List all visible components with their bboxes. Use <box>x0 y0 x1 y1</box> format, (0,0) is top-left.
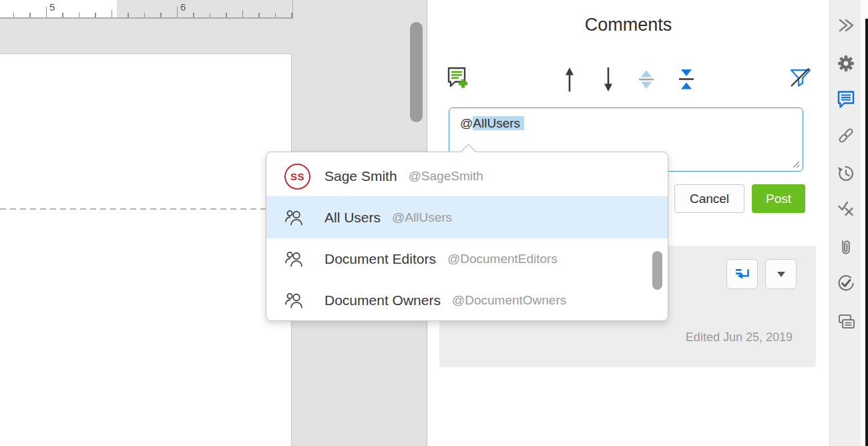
mention-item-all-users[interactable]: All Users @AllUsers <box>266 196 668 238</box>
dropdown-scrollbar-thumb[interactable] <box>652 251 662 290</box>
right-toolbar <box>829 0 861 446</box>
composer-text: @ <box>460 116 473 130</box>
comments-icon[interactable] <box>836 89 856 109</box>
ruler-label: 6 <box>180 1 186 13</box>
attachment-icon[interactable] <box>836 238 856 258</box>
mention-dropdown: SS Sage Smith @SageSmith All Users @AllU… <box>266 152 668 321</box>
horizontal-ruler: 5 6 <box>0 0 293 19</box>
cancel-button[interactable]: Cancel <box>674 184 744 213</box>
mention-handle: @DocumentEditors <box>447 252 558 266</box>
mention-item-document-owners[interactable]: Document Owners @DocumentOwners <box>266 280 668 321</box>
next-comment-icon[interactable] <box>602 65 615 97</box>
filter-disabled-icon[interactable] <box>788 65 813 93</box>
collapse-panel-icon[interactable] <box>836 15 856 35</box>
settings-icon[interactable] <box>836 53 856 73</box>
ruler-label: 5 <box>49 1 55 13</box>
mention-handle: @AllUsers <box>392 210 452 225</box>
group-icon <box>284 291 305 310</box>
history-icon[interactable] <box>836 164 856 184</box>
collapse-all-icon[interactable] <box>677 66 696 95</box>
panel-title: Comments <box>427 15 829 35</box>
conversations-icon[interactable] <box>836 312 856 332</box>
previous-comment-icon[interactable] <box>563 65 576 97</box>
app-window: 5 6 Comments <box>0 0 868 446</box>
reply-button[interactable] <box>726 259 758 289</box>
composer-selected-text: AllUsers <box>473 116 524 130</box>
group-icon <box>284 208 305 227</box>
edited-timestamp: Edited Jun 25, 2019 <box>686 330 793 345</box>
reply-icon <box>734 266 751 282</box>
group-icon <box>284 250 305 268</box>
window-edge <box>865 19 868 446</box>
approval-icon[interactable] <box>836 274 856 294</box>
mention-handle: @DocumentOwners <box>452 293 566 308</box>
document-page <box>0 53 292 446</box>
add-comment-icon[interactable] <box>445 65 469 93</box>
mention-name: Document Owners <box>324 292 441 308</box>
mention-item-document-editors[interactable]: Document Editors @DocumentEditors <box>266 238 668 280</box>
expand-all-icon[interactable] <box>637 66 656 95</box>
ruler-page-extent <box>0 0 117 17</box>
review-checkmarks-icon[interactable] <box>836 198 856 218</box>
mention-item-sage-smith[interactable]: SS Sage Smith @SageSmith <box>266 156 668 196</box>
more-menu-icon <box>777 272 785 277</box>
mention-name: Document Editors <box>324 251 436 267</box>
link-icon[interactable] <box>836 126 856 146</box>
mention-name: All Users <box>324 210 381 226</box>
comment-menu-button[interactable] <box>765 259 797 289</box>
post-button[interactable]: Post <box>752 184 805 213</box>
mention-handle: @SageSmith <box>409 169 483 184</box>
avatar: SS <box>284 164 310 190</box>
mention-name: Sage Smith <box>324 168 397 184</box>
canvas-scrollbar-thumb[interactable] <box>410 22 423 122</box>
page-break-line <box>0 208 292 210</box>
resize-grip-icon[interactable] <box>791 160 800 168</box>
